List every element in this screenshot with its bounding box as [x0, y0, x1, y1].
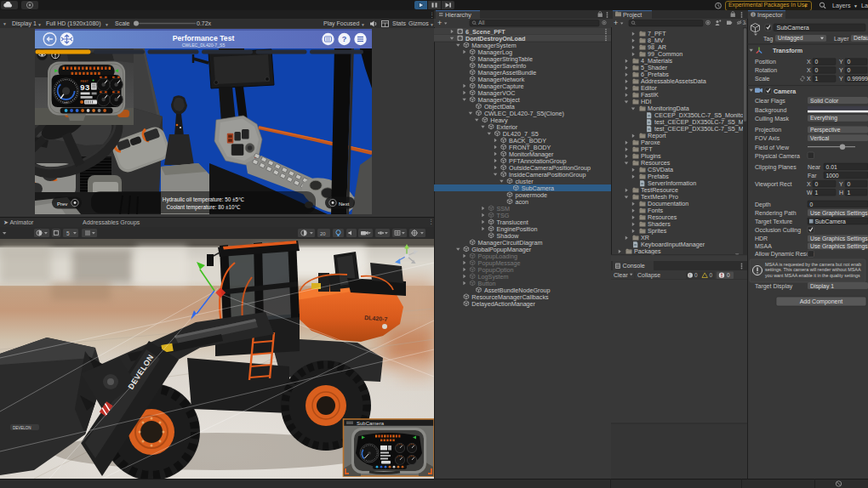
svg-text:Clipping Planes: Clipping Planes: [755, 164, 797, 171]
svg-text:0: 0: [815, 59, 819, 65]
svg-text:test_CECEP_DX350LC-7_S5_Monito: test_CECEP_DX350LC-7_S5_Monitoring: [654, 125, 747, 133]
svg-text:Default: Default: [854, 35, 868, 41]
svg-text:Camera: Camera: [774, 88, 797, 95]
svg-text:Use Graphics Settings: Use Graphics Settings: [810, 210, 868, 217]
svg-text:X: X: [807, 67, 811, 73]
svg-text:Far: Far: [808, 173, 817, 179]
svg-text:MSAA is requested by the camer: MSAA is requested by the camera but not …: [765, 262, 861, 267]
svg-text:Rendering Path: Rendering Path: [755, 210, 797, 217]
svg-text:0: 0: [815, 67, 819, 73]
svg-text:you want MSAA enable it in the: you want MSAA enable it in the quality s…: [765, 273, 860, 278]
svg-text:0: 0: [810, 201, 814, 207]
svg-text:0: 0: [694, 272, 698, 278]
svg-text:0.99999: 0.99999: [848, 76, 868, 82]
svg-text:SubCamera: SubCamera: [357, 421, 385, 426]
svg-text:Target Texture: Target Texture: [755, 218, 792, 225]
svg-text:Projection: Projection: [755, 127, 781, 133]
svg-text:Allow Dynamic Resolu: Allow Dynamic Resolu: [755, 251, 814, 258]
svg-text:Coolant temperature: 80 ±10℃: Coolant temperature: 80 ±10℃: [166, 204, 240, 211]
svg-text:Background: Background: [755, 107, 786, 114]
svg-text:Physical Camera: Physical Camera: [755, 153, 800, 160]
svg-text:DEVELON: DEVELON: [13, 426, 31, 430]
svg-text:Hierarchy: Hierarchy: [445, 11, 471, 19]
svg-text:Target Display: Target Display: [755, 283, 793, 290]
svg-text:5: 5: [66, 230, 70, 236]
svg-text:Occlusion Culling: Occlusion Culling: [755, 227, 801, 234]
svg-text:1000: 1000: [826, 173, 839, 179]
svg-text:Scale: Scale: [755, 76, 770, 82]
svg-text:Near: Near: [808, 164, 821, 170]
svg-text:Hydraulic oil temperature: 50: Hydraulic oil temperature: 50 ±5℃: [163, 196, 244, 203]
svg-text:FOV Axis: FOV Axis: [755, 135, 780, 141]
svg-text:CWLEC_DL420-7_S5: CWLEC_DL420-7_S5: [182, 43, 226, 48]
svg-text:X: X: [807, 59, 811, 65]
svg-text:Culling Mask: Culling Mask: [755, 116, 790, 122]
svg-text:Transform: Transform: [773, 47, 802, 54]
svg-text:Y: Y: [839, 67, 843, 73]
svg-text:X: X: [807, 181, 811, 187]
svg-text:20: 20: [320, 231, 326, 236]
svg-text:MSAA: MSAA: [755, 243, 772, 249]
svg-text:Inspector: Inspector: [757, 11, 783, 19]
svg-text:SubCamera: SubCamera: [777, 24, 809, 31]
svg-text:1: 1: [848, 190, 851, 196]
svg-text:Y: Y: [839, 59, 843, 65]
svg-text:Depth: Depth: [755, 201, 771, 208]
svg-text:HDR: HDR: [755, 235, 768, 241]
svg-text:Clear Flags: Clear Flags: [755, 98, 785, 105]
svg-text:Tag: Tag: [763, 36, 773, 43]
svg-text:Console: Console: [623, 262, 645, 270]
svg-text:Untagged: Untagged: [778, 35, 803, 42]
svg-text:Y: Y: [839, 181, 843, 187]
svg-text:X: X: [807, 76, 811, 82]
svg-text:km/h: km/h: [64, 101, 69, 105]
svg-text:0: 0: [710, 272, 713, 278]
svg-text:0: 0: [815, 181, 819, 187]
svg-text:Add Component: Add Component: [800, 298, 843, 305]
svg-text:Perspective: Perspective: [810, 127, 841, 133]
svg-text:Display 1: Display 1: [810, 283, 834, 290]
svg-text:0.01: 0.01: [826, 164, 837, 170]
svg-text:settings. This camera will ren: settings. This camera will render withou…: [765, 267, 861, 272]
svg-text:Collapse: Collapse: [637, 272, 660, 279]
svg-text:Use Graphics Settings: Use Graphics Settings: [810, 235, 868, 242]
svg-text:Position: Position: [755, 59, 776, 65]
svg-text:+: +: [614, 19, 618, 27]
svg-text:Layer: Layer: [834, 36, 849, 43]
svg-text:1: 1: [815, 190, 819, 196]
svg-text:0: 0: [848, 59, 851, 65]
svg-text:Packages: Packages: [634, 247, 661, 255]
svg-text:Solid Color: Solid Color: [810, 98, 839, 104]
svg-text:+: +: [437, 19, 442, 27]
svg-text:0: 0: [848, 67, 851, 73]
svg-text:acon: acon: [515, 198, 528, 206]
svg-text:0: 0: [848, 181, 851, 187]
svg-text:H: H: [839, 190, 843, 196]
svg-text:Clear: Clear: [614, 272, 628, 278]
svg-text:SubCamera: SubCamera: [815, 218, 846, 224]
svg-text:?: ?: [342, 35, 347, 43]
svg-text:Sprites: Sprites: [648, 227, 667, 235]
svg-text:Prev: Prev: [57, 201, 67, 207]
svg-text:DelayedActionManager: DelayedActionManager: [471, 300, 535, 308]
svg-text:All: All: [478, 20, 485, 26]
svg-text:Vertical: Vertical: [810, 135, 830, 141]
svg-text:93: 93: [80, 83, 90, 93]
svg-text:Project: Project: [623, 11, 642, 19]
svg-text:Rotation: Rotation: [755, 67, 777, 73]
svg-text:W: W: [807, 190, 813, 196]
svg-text:Performance Test: Performance Test: [173, 34, 235, 43]
svg-text:Viewport Rect: Viewport Rect: [755, 181, 792, 188]
svg-text:Everything: Everything: [810, 115, 837, 122]
svg-text:Use Graphics Settings: Use Graphics Settings: [810, 243, 868, 250]
svg-text:Next: Next: [339, 201, 350, 207]
svg-text:1: 1: [815, 76, 819, 82]
svg-text:Y: Y: [839, 76, 843, 82]
svg-text:Field of View: Field of View: [755, 145, 790, 150]
svg-text:0: 0: [727, 272, 730, 278]
